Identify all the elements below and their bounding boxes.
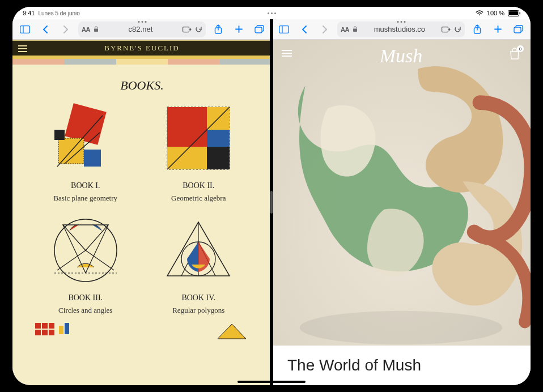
svg-rect-37 xyxy=(42,330,48,335)
mush-hero-caption: The World of Mush xyxy=(272,346,531,385)
svg-rect-40 xyxy=(65,323,69,334)
book-item-4[interactable]: BOOK IV. Regular polygons xyxy=(145,211,253,315)
book-label: BOOK III. xyxy=(68,293,103,302)
svg-line-28 xyxy=(86,225,108,273)
split-pane-left: AA c82.net xyxy=(12,19,272,385)
status-bar: 9:41 Lunes 5 de junio 100 % xyxy=(12,7,531,19)
lock-icon xyxy=(94,26,99,32)
reader-aa-icon[interactable]: AA xyxy=(82,26,90,33)
sidebar-button[interactable] xyxy=(17,22,33,37)
new-tab-button[interactable] xyxy=(490,22,506,37)
lock-icon xyxy=(353,26,358,32)
svg-rect-12 xyxy=(84,150,101,167)
share-button[interactable] xyxy=(469,22,485,37)
mush-logo[interactable]: Mush xyxy=(272,45,531,67)
split-pane-right: AA mushstudios.co xyxy=(272,19,531,385)
book-label: BOOK I. xyxy=(71,181,100,190)
back-button[interactable] xyxy=(296,22,312,37)
url-text: c82.net xyxy=(102,25,179,33)
pane-dots-left[interactable] xyxy=(138,21,146,23)
books-grid: BOOK I. Basic plane geometry xyxy=(12,99,272,315)
svg-rect-38 xyxy=(49,330,54,335)
reload-icon[interactable] xyxy=(195,25,202,33)
book-item-3[interactable]: BOOK III. Circles and angles xyxy=(32,211,139,315)
new-tab-button[interactable] xyxy=(231,22,247,37)
books-heading: BOOKS. xyxy=(12,78,272,93)
extensions-icon[interactable] xyxy=(442,26,451,33)
book-sub: Circles and angles xyxy=(58,306,112,315)
c82-site-header: BYRNE'S EUCLID xyxy=(12,40,272,59)
c82-site-title: BYRNE'S EUCLID xyxy=(104,44,180,53)
svg-rect-9 xyxy=(255,27,262,33)
book-label: BOOK II. xyxy=(183,181,214,190)
tabs-button[interactable] xyxy=(510,22,526,37)
forward-button[interactable] xyxy=(58,22,74,37)
svg-point-49 xyxy=(300,311,503,345)
svg-rect-17 xyxy=(167,107,207,147)
home-indicator[interactable] xyxy=(237,381,306,383)
svg-rect-47 xyxy=(514,27,521,33)
book-label: BOOK IV. xyxy=(181,293,215,302)
book-item-2[interactable]: BOOK II. Geometric algebra xyxy=(145,99,253,203)
svg-rect-35 xyxy=(49,323,54,329)
forward-button[interactable] xyxy=(317,22,333,37)
book-sub: Regular polygons xyxy=(172,306,224,315)
book-item-1[interactable]: BOOK I. Basic plane geometry xyxy=(32,99,139,203)
bag-count: 0 xyxy=(517,45,524,52)
mush-menu-icon[interactable] xyxy=(282,50,292,57)
svg-rect-5 xyxy=(94,29,98,32)
svg-rect-3 xyxy=(20,25,30,33)
extensions-icon[interactable] xyxy=(183,26,192,33)
multitask-dots[interactable] xyxy=(12,12,531,14)
svg-rect-43 xyxy=(353,29,357,32)
url-text: mushstudios.co xyxy=(361,25,438,33)
c82-menu-icon[interactable] xyxy=(18,45,27,52)
divider-handle-icon xyxy=(270,191,273,214)
mush-page[interactable]: Mush 0 The World of Mush xyxy=(272,40,531,385)
pane-dots-right[interactable] xyxy=(397,21,405,23)
address-bar-left[interactable]: AA c82.net xyxy=(78,22,206,37)
back-button[interactable] xyxy=(37,22,53,37)
svg-rect-41 xyxy=(279,25,289,33)
book-sub: Basic plane geometry xyxy=(53,194,117,203)
mush-hero-image xyxy=(272,40,531,346)
reader-aa-icon[interactable]: AA xyxy=(341,26,349,33)
svg-rect-34 xyxy=(42,323,48,329)
sidebar-button[interactable] xyxy=(276,22,292,37)
tabs-button[interactable] xyxy=(251,22,267,37)
svg-rect-20 xyxy=(207,147,230,169)
split-divider[interactable] xyxy=(270,19,273,385)
svg-rect-44 xyxy=(442,27,448,32)
svg-rect-19 xyxy=(207,130,230,147)
share-button[interactable] xyxy=(210,22,226,37)
svg-rect-39 xyxy=(59,326,63,334)
c82-page[interactable]: BYRNE'S EUCLID BOOKS. xyxy=(12,40,272,385)
svg-rect-13 xyxy=(54,130,65,140)
bag-icon[interactable]: 0 xyxy=(509,48,520,60)
svg-rect-6 xyxy=(183,27,189,32)
svg-line-27 xyxy=(63,225,86,273)
svg-rect-36 xyxy=(35,330,41,335)
reload-icon[interactable] xyxy=(454,25,461,33)
book-sub: Geometric algebra xyxy=(171,194,226,203)
svg-rect-33 xyxy=(35,323,41,329)
mush-title: The World of Mush xyxy=(287,356,421,374)
address-bar-right[interactable]: AA mushstudios.co xyxy=(337,22,465,37)
